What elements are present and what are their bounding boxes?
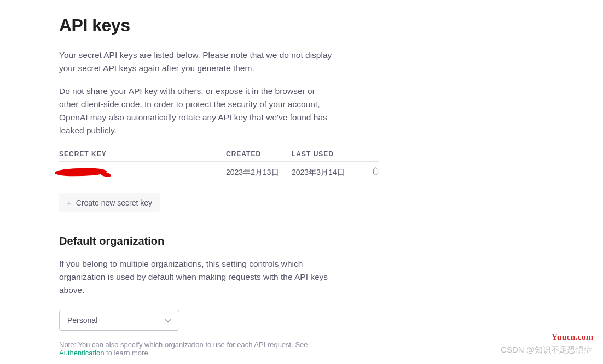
watermark-yuucn: Yuucn.com [552, 332, 593, 342]
plus-icon: + [67, 198, 72, 207]
cell-created: 2023年2月13日 [226, 167, 292, 177]
note-prefix: Note: You can also specify which organiz… [59, 340, 308, 349]
trash-icon[interactable] [372, 168, 379, 177]
table-row: 2023年2月13日 2023年3月14日 [59, 162, 379, 184]
organization-note: Note: You can also specify which organiz… [59, 340, 335, 357]
cell-last-used: 2023年3月14日 [292, 167, 357, 177]
description-2: Do not share your API key with others, o… [59, 85, 335, 137]
header-actions [357, 150, 379, 158]
page-title: API keys [59, 15, 335, 36]
header-last-used: LAST USED [292, 150, 357, 158]
cell-secret-key [59, 167, 226, 178]
table-header-row: SECRET KEY CREATED LAST USED [59, 150, 379, 162]
header-created: CREATED [226, 150, 292, 158]
authentication-link[interactable]: Authentication [59, 349, 104, 357]
default-organization-heading: Default organization [59, 235, 335, 248]
note-suffix: to learn more. [104, 349, 150, 357]
cell-actions [357, 167, 379, 177]
api-keys-table: SECRET KEY CREATED LAST USED 2023年2月13日 … [59, 150, 379, 184]
redacted-key [59, 167, 226, 178]
header-secret-key: SECRET KEY [59, 150, 226, 158]
organization-description: If you belong to multiple organizations,… [59, 257, 335, 297]
watermark-csdn: CSDN @知识不足恐惧症 [501, 345, 592, 355]
create-secret-key-button[interactable]: + Create new secret key [59, 193, 160, 212]
organization-select[interactable]: Personal [59, 310, 179, 331]
create-button-label: Create new secret key [76, 198, 152, 207]
chevron-down-icon [165, 316, 171, 325]
description-1: Your secret API keys are listed below. P… [59, 49, 335, 75]
organization-selected-value: Personal [67, 316, 97, 325]
